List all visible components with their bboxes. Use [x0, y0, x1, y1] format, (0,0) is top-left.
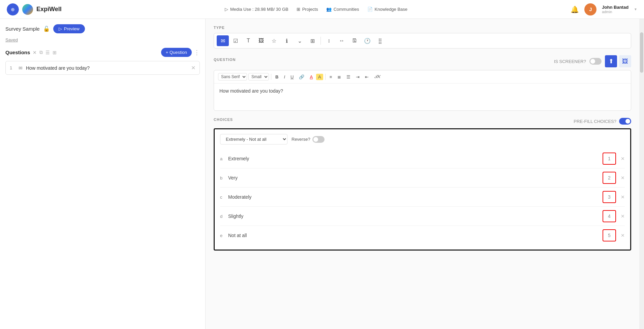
brand-logo [22, 4, 33, 15]
saved-link[interactable]: Saved [5, 37, 200, 42]
choice-input[interactable] [228, 194, 599, 200]
question-number: 1 [10, 65, 15, 70]
more-options-icon[interactable]: ⋮ [194, 49, 200, 56]
user-role: admin [602, 10, 628, 14]
projects-icon: ⊞ [297, 7, 300, 12]
type-double-arrow-button[interactable]: ↔ [336, 35, 348, 46]
add-question-button[interactable]: + Question [161, 48, 192, 57]
question-list: 1 ✉ How motivated are you today? ✕ [5, 61, 200, 75]
choices-preset-select[interactable]: Extremely - Not at all [220, 134, 287, 144]
choices-list: a 1 ✕ b 2 ✕ c 3 ✕ d 4 ✕ e 5 ✕ [220, 149, 625, 245]
scrollbar-track[interactable] [639, 19, 644, 329]
main-content: TYPE ✉ ☑ T 🖼 ☆ ℹ ⌄ ⊞ ↕ ↔ 🖻 🕐 ⣿ QUESTION … [206, 19, 639, 329]
reverse-toggle-thumb [313, 137, 318, 142]
clear-format-button[interactable]: 𝒯✕ [372, 73, 382, 80]
screener-label: IS SCREENER? [554, 59, 586, 64]
type-image-button[interactable]: 🖻 [348, 35, 361, 46]
screener-row: IS SCREENER? ⬆ 🖼 [554, 55, 631, 67]
choice-letter: c [220, 195, 225, 200]
type-dropdown-button[interactable]: ⌄ [294, 35, 306, 46]
knowledge-base-icon: 📄 [367, 7, 373, 12]
questions-list-icon[interactable]: ☰ [45, 50, 50, 55]
question-close-icon[interactable]: ✕ [191, 65, 195, 71]
sidebar: Survey Sample 🔓 ▷ Preview Saved Question… [0, 19, 206, 329]
unordered-list-button[interactable]: ☰ [344, 74, 352, 80]
highlight-button[interactable]: A [316, 74, 323, 80]
question-header-row: QUESTION IS SCREENER? ⬆ 🖼 [214, 55, 631, 67]
prefill-toggle-thumb [625, 119, 630, 124]
choice-number-box: 1 [603, 153, 616, 165]
topnav: ⊕ ExpiWell ▷ Media Use : 28.98 MB/ 30 GB… [0, 0, 644, 19]
italic-button[interactable]: I [282, 74, 287, 80]
upload-cloud-button[interactable]: ⬆ [605, 55, 617, 67]
upload-image-button[interactable]: 🖼 [619, 55, 631, 67]
scrollbar-thumb[interactable] [640, 32, 643, 73]
brand-name: ExpiWell [36, 6, 62, 13]
prefill-toggle[interactable] [619, 118, 631, 125]
link-button[interactable]: 🔗 [297, 74, 306, 80]
question-type-icon: ✉ [19, 65, 23, 71]
type-arrow-button[interactable]: ↕ [323, 35, 335, 46]
questions-header: Questions ✕ ⧉ ☰ ⊞ + Question ⋮ [5, 48, 200, 57]
question-item[interactable]: 1 ✉ How motivated are you today? ✕ [5, 61, 200, 75]
type-toolbar: ✉ ☑ T 🖼 ☆ ℹ ⌄ ⊞ ↕ ↔ 🖻 🕐 ⣿ [214, 33, 631, 48]
knowledge-base-item[interactable]: 📄 Knowledge Base [367, 7, 408, 12]
type-section-label: TYPE [214, 26, 631, 30]
choice-number-box: 3 [603, 191, 616, 203]
questions-x-icon[interactable]: ✕ [33, 50, 37, 55]
ordered-list-button[interactable]: ≣ [335, 74, 343, 80]
question-section-label: QUESTION [214, 58, 236, 62]
type-info-button[interactable]: ℹ [281, 35, 293, 46]
user-dropdown-icon[interactable]: ▼ [634, 7, 637, 11]
reverse-toggle[interactable] [312, 136, 325, 143]
choice-delete-icon[interactable]: ✕ [621, 194, 625, 200]
choice-letter: e [220, 233, 225, 238]
align-left-button[interactable]: ≡ [328, 74, 334, 80]
choice-input[interactable] [228, 175, 599, 180]
type-star-button[interactable]: ☆ [268, 35, 280, 46]
choice-row: a 1 ✕ [220, 149, 625, 168]
indent-button[interactable]: ⇥ [354, 74, 362, 80]
font-family-select[interactable]: Sans Serif [218, 73, 247, 80]
projects-item[interactable]: ⊞ Projects [297, 7, 318, 12]
communities-item[interactable]: 👥 Communities [326, 7, 359, 12]
notification-bell-icon[interactable]: 🔔 [571, 5, 579, 13]
choice-input[interactable] [228, 233, 599, 238]
screener-toggle[interactable] [589, 58, 602, 65]
type-apps-button[interactable]: ⣿ [374, 35, 386, 46]
choice-delete-icon[interactable]: ✕ [621, 156, 625, 161]
choice-letter: d [220, 214, 225, 219]
question-text-body[interactable]: How motivated are you today? [214, 84, 631, 110]
editor-toolbar: Sans Serif Small B I U 🔗 A A ≡ ≣ ☰ [214, 70, 631, 84]
type-check-button[interactable]: ☑ [229, 35, 242, 46]
type-checkbox-button[interactable]: ✉ [217, 35, 229, 46]
underline-button[interactable]: U [288, 74, 296, 80]
preview-icon: ▷ [59, 26, 62, 31]
choice-number-box: 5 [603, 229, 616, 241]
questions-copy-icon[interactable]: ⧉ [39, 50, 43, 55]
choice-input[interactable] [228, 156, 599, 161]
type-text-button[interactable]: T [242, 35, 254, 46]
font-color-button[interactable]: A [308, 74, 315, 80]
choices-section: CHOICES PRE-FILL CHOICES? Extremely - No… [214, 118, 631, 251]
choice-number-box: 4 [603, 210, 616, 222]
preview-button[interactable]: ▷ Preview [53, 24, 85, 33]
type-photo-button[interactable]: 🖼 [255, 35, 267, 46]
share-icon[interactable]: 🔓 [43, 26, 50, 32]
choice-input[interactable] [228, 213, 599, 219]
choices-preset-row: Extremely - Not at all Reverse? [220, 134, 625, 144]
choice-delete-icon[interactable]: ✕ [621, 175, 625, 180]
type-clock-button[interactable]: 🕐 [361, 35, 373, 46]
choice-delete-icon[interactable]: ✕ [621, 213, 625, 219]
bold-button[interactable]: B [273, 74, 280, 80]
media-icon: ▷ [225, 7, 228, 12]
topnav-center: ▷ Media Use : 28.98 MB/ 30 GB ⊞ Projects… [225, 7, 407, 12]
font-size-select[interactable]: Small [248, 73, 269, 80]
prefill-row: PRE-FILL CHOICES? [574, 118, 631, 125]
choice-letter: a [220, 156, 225, 161]
type-grid-button[interactable]: ⊞ [306, 35, 318, 46]
upload-buttons: ⬆ 🖼 [605, 55, 631, 67]
choice-delete-icon[interactable]: ✕ [621, 233, 625, 238]
outdent-button[interactable]: ⇤ [363, 74, 371, 80]
questions-grid-icon[interactable]: ⊞ [53, 50, 57, 55]
